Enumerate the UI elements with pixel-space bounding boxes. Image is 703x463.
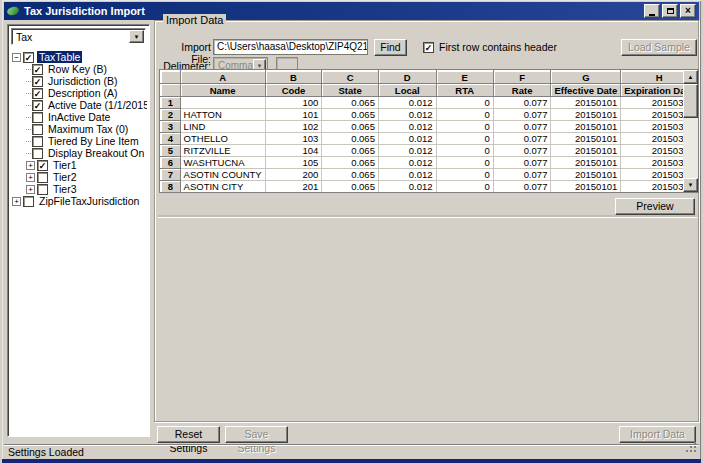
- tree-label[interactable]: Tier3: [51, 183, 79, 195]
- grid-cell-d8[interactable]: 0.012: [378, 181, 436, 193]
- scrollbar-thumb[interactable]: [683, 84, 698, 118]
- row-number-4[interactable]: 4: [161, 133, 181, 145]
- row-number-1[interactable]: 1: [161, 97, 181, 109]
- table-select-combo[interactable]: Tax ▼: [11, 28, 146, 45]
- grid-cell-c3[interactable]: 0.065: [322, 121, 379, 133]
- grid-cell-e1[interactable]: 0: [436, 97, 493, 109]
- tree-item-tiered-by-line-item[interactable]: Tiered By Line Item: [10, 135, 147, 147]
- grid-cell-b3[interactable]: 102: [265, 121, 322, 133]
- tree-checkbox-taxtable[interactable]: ✓: [23, 52, 34, 63]
- grid-corner-cell[interactable]: [161, 71, 181, 84]
- grid-cell-a2[interactable]: HATTON: [180, 109, 265, 121]
- grid-cell-b1[interactable]: 100: [265, 97, 322, 109]
- tree-label[interactable]: Maximum Tax (0): [46, 123, 130, 135]
- grid-cell-g2[interactable]: 20150101: [551, 109, 621, 121]
- tree-label[interactable]: Jurisdiction (B): [46, 75, 119, 87]
- column-header-local[interactable]: Local: [378, 84, 436, 97]
- tree-label[interactable]: Tier2: [51, 171, 79, 183]
- load-sample-button[interactable]: Load Sample: [621, 39, 697, 56]
- column-header-name[interactable]: Name: [180, 84, 265, 97]
- tree-checkbox-active-date-1-1-2015[interactable]: ✓: [32, 100, 43, 111]
- column-letter-f[interactable]: F: [493, 71, 551, 84]
- tree-label[interactable]: TaxTable: [37, 51, 82, 63]
- column-header-rate[interactable]: Rate: [493, 84, 551, 97]
- tree-label[interactable]: ZipFileTaxJurisdiction: [37, 195, 141, 207]
- tree-label[interactable]: Display Breakout On Contract: [46, 147, 147, 159]
- grid-cell-d4[interactable]: 0.012: [378, 133, 436, 145]
- row-number-2[interactable]: 2: [161, 109, 181, 121]
- grid-cell-e4[interactable]: 0: [436, 133, 493, 145]
- grid-cell-b4[interactable]: 103: [265, 133, 322, 145]
- maximize-button[interactable]: [662, 4, 678, 18]
- grid-cell-e8[interactable]: 0: [436, 181, 493, 193]
- selected-cell[interactable]: ADAMS COUNTY: [180, 97, 265, 109]
- grid-cell-c5[interactable]: 0.065: [322, 145, 379, 157]
- grid-cell-f2[interactable]: 0.077: [493, 109, 551, 121]
- tree-item-zipfiletaxjurisdiction[interactable]: +ZipFileTaxJurisdiction: [10, 195, 147, 207]
- grid-cell-c7[interactable]: 0.065: [322, 169, 379, 181]
- row-number-5[interactable]: 5: [161, 145, 181, 157]
- tree-checkbox-tiered-by-line-item[interactable]: [32, 136, 43, 147]
- tree-item-taxtable[interactable]: −✓TaxTable: [10, 51, 147, 63]
- column-header-rta[interactable]: RTA: [436, 84, 493, 97]
- column-letter-c[interactable]: C: [322, 71, 379, 84]
- import-file-input[interactable]: C:\Users\haasa\Desktop\ZIP4Q215C\Rates20…: [213, 39, 368, 55]
- grid-cell-f4[interactable]: 0.077: [493, 133, 551, 145]
- close-button[interactable]: ×: [680, 4, 696, 18]
- tree-checkbox-display-breakout-on-contract[interactable]: [32, 148, 43, 159]
- grid-cell-e2[interactable]: 0: [436, 109, 493, 121]
- grid-cell-a7[interactable]: ASOTIN COUNTY: [180, 169, 265, 181]
- grid-cell-g3[interactable]: 20150101: [551, 121, 621, 133]
- tree-checkbox-tier1[interactable]: ✓: [37, 160, 48, 171]
- grid-cell-b5[interactable]: 104: [265, 145, 322, 157]
- scroll-down-icon[interactable]: ▼: [683, 178, 698, 192]
- column-letter-a[interactable]: A: [180, 71, 265, 84]
- tree-checkbox-jurisdiction-b[interactable]: ✓: [32, 76, 43, 87]
- column-letter-b[interactable]: B: [265, 71, 322, 84]
- tree-checkbox-row-key-b[interactable]: ✓: [32, 64, 43, 75]
- scroll-up-icon[interactable]: ▲: [683, 70, 698, 84]
- grid-cell-b2[interactable]: 101: [265, 109, 322, 121]
- tree-item-tier1[interactable]: +✓Tier1: [10, 159, 147, 171]
- find-button[interactable]: Find: [374, 39, 407, 56]
- tree-label[interactable]: Tier1: [51, 159, 79, 171]
- save-settings-button[interactable]: Save Settings: [225, 426, 288, 443]
- expand-icon[interactable]: +: [26, 161, 35, 170]
- grid-cell-d6[interactable]: 0.012: [378, 157, 436, 169]
- grid-cell-f6[interactable]: 0.077: [493, 157, 551, 169]
- grid-cell-b6[interactable]: 105: [265, 157, 322, 169]
- tree-label[interactable]: Row Key (B): [46, 63, 109, 75]
- title-bar[interactable]: Tax Jurisdiction Import ×: [4, 2, 699, 20]
- tree-item-tier2[interactable]: +Tier2: [10, 171, 147, 183]
- grid-cell-a5[interactable]: RITZVILLE: [180, 145, 265, 157]
- grid-cell-f5[interactable]: 0.077: [493, 145, 551, 157]
- column-letter-e[interactable]: E: [436, 71, 493, 84]
- tree-item-active-date-1-1-2015[interactable]: ✓Active Date (1/1/2015): [10, 99, 147, 111]
- grid-cell-g7[interactable]: 20150101: [551, 169, 621, 181]
- tree-checkbox-maximum-tax-0[interactable]: [32, 124, 43, 135]
- tree-item-maximum-tax-0[interactable]: Maximum Tax (0): [10, 123, 147, 135]
- grid-cell-c8[interactable]: 0.065: [322, 181, 379, 193]
- tree-item-tier3[interactable]: +Tier3: [10, 183, 147, 195]
- grid-cell-d3[interactable]: 0.012: [378, 121, 436, 133]
- grid-cell-a3[interactable]: LIND: [180, 121, 265, 133]
- tree-checkbox-tier2[interactable]: [37, 172, 48, 183]
- chevron-down-icon[interactable]: ▼: [129, 30, 144, 43]
- grid-cell-e3[interactable]: 0: [436, 121, 493, 133]
- grid-cell-a4[interactable]: OTHELLO: [180, 133, 265, 145]
- grid-cell-g1[interactable]: 20150101: [551, 97, 621, 109]
- grid-cell-f1[interactable]: 0.077: [493, 97, 551, 109]
- grid-cell-c2[interactable]: 0.065: [322, 109, 379, 121]
- column-header-state[interactable]: State: [322, 84, 379, 97]
- import-data-button[interactable]: Import Data: [619, 426, 696, 443]
- grid-cell-a8[interactable]: ASOTIN CITY: [180, 181, 265, 193]
- resize-grip[interactable]: [686, 442, 696, 452]
- reset-settings-button[interactable]: Reset Settings: [157, 426, 220, 443]
- grid-cell-g8[interactable]: 20150101: [551, 181, 621, 193]
- grid-cell-a6[interactable]: WASHTUCNA: [180, 157, 265, 169]
- tree-item-description-a[interactable]: ✓Description (A): [10, 87, 147, 99]
- tree-checkbox-tier3[interactable]: [37, 184, 48, 195]
- grid-cell-e7[interactable]: 0: [436, 169, 493, 181]
- collapse-icon[interactable]: −: [12, 53, 21, 62]
- first-row-header-checkbox[interactable]: ✓: [423, 42, 434, 53]
